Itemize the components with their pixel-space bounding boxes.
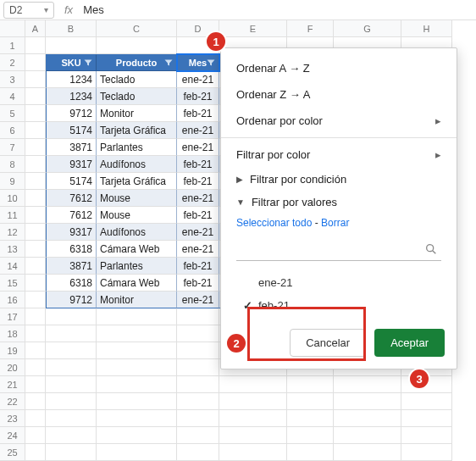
row-header-15[interactable]: 15 xyxy=(0,275,25,292)
row-header-20[interactable]: 20 xyxy=(0,359,25,376)
cell[interactable] xyxy=(334,444,401,461)
row-header-14[interactable]: 14 xyxy=(0,258,25,275)
cell[interactable] xyxy=(25,139,46,156)
cell[interactable] xyxy=(25,359,46,376)
table-cell[interactable]: Mouse xyxy=(97,207,177,224)
table-cell[interactable]: 9712 xyxy=(46,105,97,122)
table-cell[interactable]: feb-21 xyxy=(177,275,219,292)
sort-za[interactable]: Ordenar Z → A xyxy=(221,81,457,108)
table-cell[interactable]: ene-21 xyxy=(177,190,219,207)
table-cell[interactable]: 9712 xyxy=(46,292,97,308)
cell[interactable] xyxy=(46,308,97,325)
cell[interactable] xyxy=(97,376,177,393)
cell[interactable] xyxy=(177,342,219,359)
table-cell[interactable]: Monitor xyxy=(97,292,177,308)
table-cell[interactable]: Tarjeta Gráfica xyxy=(97,122,177,139)
filter-icon[interactable] xyxy=(82,57,94,69)
formula-value[interactable]: Mes xyxy=(83,3,104,16)
cell[interactable] xyxy=(334,393,401,410)
cell[interactable] xyxy=(25,105,46,122)
table-cell[interactable]: 6318 xyxy=(46,275,97,292)
table-cell[interactable]: 7612 xyxy=(46,190,97,207)
table-cell[interactable]: 5174 xyxy=(46,173,97,190)
table-cell[interactable]: 1234 xyxy=(46,88,97,105)
cell[interactable] xyxy=(46,410,97,427)
cell[interactable] xyxy=(25,444,46,461)
cell[interactable] xyxy=(287,427,334,444)
column-header-H[interactable]: H xyxy=(401,20,452,37)
cell[interactable] xyxy=(401,393,452,410)
table-cell[interactable]: Audífonos xyxy=(97,224,177,241)
row-header-13[interactable]: 13 xyxy=(0,241,25,258)
name-box[interactable]: D2 ▾ xyxy=(3,2,54,19)
row-header-3[interactable]: 3 xyxy=(0,71,25,88)
cell[interactable] xyxy=(97,37,177,54)
cell[interactable] xyxy=(219,393,287,410)
cell[interactable] xyxy=(401,427,452,444)
cell[interactable] xyxy=(25,37,46,54)
cell[interactable] xyxy=(97,308,177,325)
cell[interactable] xyxy=(46,342,97,359)
cell[interactable] xyxy=(25,292,46,308)
row-header-9[interactable]: 9 xyxy=(0,173,25,190)
filter-value-item[interactable]: ene-21 xyxy=(236,271,441,294)
table-cell[interactable]: feb-21 xyxy=(177,156,219,173)
row-header-22[interactable]: 22 xyxy=(0,393,25,410)
cell[interactable] xyxy=(25,224,46,241)
row-header-10[interactable]: 10 xyxy=(0,190,25,207)
column-header-B[interactable]: B xyxy=(46,20,97,37)
cell[interactable] xyxy=(177,410,219,427)
table-cell[interactable]: 5174 xyxy=(46,122,97,139)
filter-by-values[interactable]: ▼ Filtrar por valores xyxy=(221,191,457,214)
cell[interactable] xyxy=(25,427,46,444)
row-header-5[interactable]: 5 xyxy=(0,105,25,122)
sort-az[interactable]: Ordenar A → Z xyxy=(221,55,457,81)
cell[interactable] xyxy=(177,393,219,410)
row-header-7[interactable]: 7 xyxy=(0,139,25,156)
cell[interactable] xyxy=(177,308,219,325)
table-cell[interactable]: feb-21 xyxy=(177,258,219,275)
table-cell[interactable]: 6318 xyxy=(46,241,97,258)
cell[interactable] xyxy=(219,444,287,461)
cell[interactable] xyxy=(219,410,287,427)
row-header-23[interactable]: 23 xyxy=(0,410,25,427)
select-all-corner[interactable] xyxy=(0,20,25,37)
cell[interactable] xyxy=(25,207,46,224)
row-header-4[interactable]: 4 xyxy=(0,88,25,105)
filter-search-input[interactable] xyxy=(236,237,441,261)
table-cell[interactable]: 9317 xyxy=(46,156,97,173)
row-header-18[interactable]: 18 xyxy=(0,325,25,342)
cell[interactable] xyxy=(97,444,177,461)
select-all-link[interactable]: Seleccionar todo xyxy=(236,217,312,229)
table-cell[interactable]: Audífonos xyxy=(97,156,177,173)
column-header-G[interactable]: G xyxy=(334,20,401,37)
cell[interactable] xyxy=(25,393,46,410)
table-cell[interactable]: ene-21 xyxy=(177,224,219,241)
cell[interactable] xyxy=(177,376,219,393)
cell[interactable] xyxy=(46,359,97,376)
row-header-11[interactable]: 11 xyxy=(0,207,25,224)
row-header-12[interactable]: 12 xyxy=(0,224,25,241)
row-header-2[interactable]: 2 xyxy=(0,54,25,71)
row-header-21[interactable]: 21 xyxy=(0,376,25,393)
row-header-24[interactable]: 24 xyxy=(0,427,25,444)
cell[interactable] xyxy=(25,173,46,190)
cell[interactable] xyxy=(97,359,177,376)
cell[interactable] xyxy=(25,258,46,275)
row-header-19[interactable]: 19 xyxy=(0,342,25,359)
table-cell[interactable]: ene-21 xyxy=(177,122,219,139)
row-header-25[interactable]: 25 xyxy=(0,444,25,461)
cell[interactable] xyxy=(219,376,287,393)
cell[interactable] xyxy=(177,325,219,342)
cell[interactable] xyxy=(401,410,452,427)
cell[interactable] xyxy=(401,444,452,461)
cell[interactable] xyxy=(25,342,46,359)
cell[interactable] xyxy=(287,393,334,410)
row-header-8[interactable]: 8 xyxy=(0,156,25,173)
cell[interactable] xyxy=(25,88,46,105)
table-cell[interactable]: Mouse xyxy=(97,190,177,207)
cell[interactable] xyxy=(25,410,46,427)
cell[interactable] xyxy=(25,376,46,393)
table-cell[interactable]: ene-21 xyxy=(177,241,219,258)
cell[interactable] xyxy=(97,427,177,444)
